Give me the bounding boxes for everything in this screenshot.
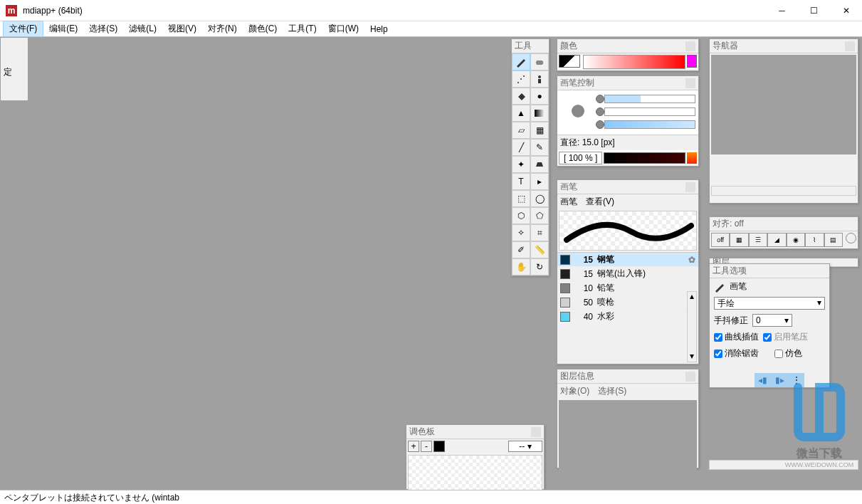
- align-lines[interactable]: ☰: [749, 233, 767, 247]
- jitter-select[interactable]: 0▾: [752, 314, 792, 327]
- palette-swatch[interactable]: [433, 441, 445, 452]
- layer-info-panel: 图层信息 对象(O) 选择(S): [557, 369, 699, 468]
- tool-poly-sel[interactable]: ⬠: [530, 207, 549, 224]
- tool-marquee[interactable]: ⬚: [512, 190, 530, 207]
- hue-slider[interactable]: [583, 55, 685, 69]
- curve-check[interactable]: 曲线插值: [714, 331, 759, 343]
- layerinfo-select[interactable]: 选择(S): [598, 385, 626, 397]
- tool-text[interactable]: T: [512, 173, 530, 190]
- brushctrl-close[interactable]: [685, 78, 695, 88]
- align-hatch[interactable]: ▤: [824, 233, 843, 247]
- palette-grid[interactable]: [408, 455, 542, 490]
- palette-title: 调色板: [409, 426, 435, 438]
- opacity-value[interactable]: [ 100 % ]: [559, 152, 602, 164]
- brush-slider-2[interactable]: [604, 107, 695, 116]
- nav-close[interactable]: [845, 41, 855, 51]
- brush-item[interactable]: 15钢笔✿: [557, 253, 698, 267]
- menu-color[interactable]: 颜色(C): [243, 21, 283, 36]
- color-panel: 颜色: [557, 38, 699, 71]
- fg-bg-swatch[interactable]: [559, 55, 580, 68]
- menu-help[interactable]: Help: [364, 23, 394, 36]
- tool-hand[interactable]: ✋: [512, 258, 530, 275]
- tool-perspective[interactable]: ▱: [512, 122, 530, 139]
- align-grid[interactable]: ▦: [730, 233, 748, 247]
- tool-crop[interactable]: ⌗: [530, 224, 549, 241]
- tool-figure[interactable]: [530, 70, 549, 88]
- tool-ruler[interactable]: 📏: [530, 241, 549, 258]
- frame-prev[interactable]: ◂▮: [758, 375, 767, 385]
- align-off[interactable]: off: [711, 233, 730, 247]
- tool-bucket[interactable]: [530, 156, 549, 173]
- tool-eyedrop[interactable]: ✐: [512, 241, 530, 258]
- hue-indicator[interactable]: [687, 55, 697, 68]
- layerinfo-close[interactable]: [685, 372, 695, 382]
- layerinfo-object[interactable]: 对象(O): [560, 385, 589, 397]
- status-text: ペンタブレットは接続されていません (wintab: [4, 493, 179, 503]
- brush-item[interactable]: 10铅笔: [557, 281, 698, 295]
- fake-check[interactable]: 仿色: [774, 347, 802, 359]
- tool-move[interactable]: ▸: [530, 173, 549, 190]
- brush-title: 画笔: [560, 181, 577, 193]
- color-close[interactable]: [685, 41, 695, 51]
- palette-close[interactable]: [531, 427, 541, 437]
- brush-item[interactable]: 50喷枪: [557, 295, 698, 310]
- tool-wand2[interactable]: ✧: [512, 224, 530, 241]
- menu-file[interactable]: 文件(F): [3, 21, 43, 37]
- palette-remove[interactable]: -: [421, 441, 432, 452]
- align-curve[interactable]: ⌇: [805, 233, 824, 247]
- tools-panel: 工具 ⋰ ● ▲ ▱ ▦ ╱ ✎ ✦ T ▸ ⬚ ◯ ⬡ ⬠ ✧ ⌗ ✐ 📏: [511, 38, 550, 276]
- maximize-button[interactable]: ☐: [798, 1, 830, 21]
- antialias-check[interactable]: 消除锯齿: [714, 347, 759, 359]
- mode-select[interactable]: 手绘▾: [714, 297, 825, 310]
- svg-point-1: [538, 75, 541, 78]
- palette-select[interactable]: -- ▾: [508, 441, 542, 452]
- brush-slider-3[interactable]: [604, 120, 695, 129]
- close-button[interactable]: ✕: [830, 1, 862, 21]
- menu-edit[interactable]: 编辑(E): [43, 21, 83, 36]
- tool-dots[interactable]: ⋰: [512, 70, 530, 88]
- menu-tool[interactable]: 工具(T): [283, 21, 322, 36]
- tool-fill[interactable]: [512, 88, 530, 105]
- pressure-check[interactable]: 启用笔压: [763, 331, 808, 343]
- palette-add[interactable]: +: [408, 441, 419, 452]
- brush-item[interactable]: 15钢笔(出入锋): [557, 267, 698, 281]
- brush-menu-view[interactable]: 查看(V): [586, 196, 614, 208]
- tool-mesh[interactable]: ▦: [530, 122, 549, 139]
- toolopt-title: 工具选项: [713, 265, 747, 277]
- tool-pen[interactable]: [512, 53, 530, 70]
- nav-scroll[interactable]: [711, 186, 856, 196]
- tool-line[interactable]: ╱: [512, 139, 530, 156]
- gear-icon[interactable]: ✿: [688, 255, 695, 265]
- color-title: 颜色: [560, 40, 577, 52]
- tool-lasso[interactable]: ⬡: [512, 207, 530, 224]
- tool-rotate[interactable]: ↻: [530, 258, 549, 275]
- menu-align[interactable]: 对齐(N): [202, 21, 243, 36]
- align-radial[interactable]: ◉: [787, 233, 805, 247]
- layerinfo-area: [559, 400, 697, 471]
- app-icon: m: [6, 5, 17, 16]
- window-title: mdiapp+ (64bit): [23, 6, 766, 16]
- tool-shape[interactable]: ▲: [512, 105, 530, 122]
- menu-select[interactable]: 选择(S): [83, 21, 123, 36]
- tool-circle[interactable]: ●: [530, 88, 549, 105]
- watermark: 微当下载 WWW.WEIDOWN.COM: [784, 373, 855, 468]
- brush-slider-1[interactable]: [604, 95, 695, 103]
- minimize-button[interactable]: ─: [766, 1, 798, 21]
- brushctrl-title: 画笔控制: [560, 77, 594, 89]
- navigator-view[interactable]: [711, 55, 856, 154]
- tool-ellipse-sel[interactable]: ◯: [530, 190, 549, 207]
- opacity-slider[interactable]: [604, 152, 685, 164]
- align-persp[interactable]: ◢: [767, 233, 786, 247]
- menu-filter[interactable]: 滤镜(L): [123, 21, 162, 36]
- tool-gradient[interactable]: [530, 105, 549, 122]
- brush-menu-brush[interactable]: 画笔: [560, 196, 577, 208]
- menu-window[interactable]: 窗口(W): [322, 21, 364, 36]
- tool-eraser[interactable]: [530, 53, 549, 70]
- brush-scrollbar[interactable]: ▴▾: [687, 291, 697, 362]
- brush-close[interactable]: [685, 182, 695, 192]
- tools-title: 工具: [515, 40, 532, 52]
- tool-pen2[interactable]: ✎: [530, 139, 549, 156]
- tool-wand[interactable]: ✦: [512, 156, 530, 173]
- menu-view[interactable]: 视图(V): [162, 21, 202, 36]
- brush-item[interactable]: 40水彩: [557, 310, 698, 323]
